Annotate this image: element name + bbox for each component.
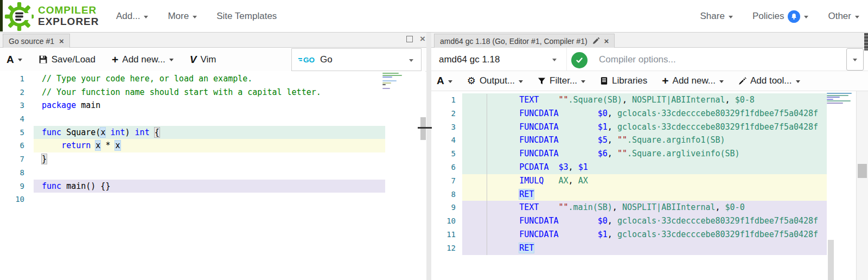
code-text: RET	[480, 188, 534, 201]
scrollbar-thumb[interactable]	[420, 117, 426, 140]
output-label: Output...	[480, 75, 515, 86]
chevron-down-icon	[519, 80, 523, 83]
pane-splitter[interactable]	[426, 33, 431, 280]
scrollbar-track[interactable]	[856, 91, 868, 280]
gear-icon: ⚙	[467, 75, 476, 87]
code-text: FUNCDATA $6, "".Square.argliveinfo(SB)	[480, 147, 740, 161]
menu-other-label: Other	[828, 11, 851, 22]
line-number: 4	[431, 133, 456, 147]
language-select[interactable]: GO Go	[291, 48, 422, 71]
code-line[interactable]: 2 FUNCDATA $0, gclocals·33cdecccebe80329…	[431, 107, 856, 120]
menu-add-label: Add...	[116, 11, 140, 22]
screwdriver-tool-icon	[738, 77, 746, 85]
menu-site-templates[interactable]: Site Templates	[216, 11, 277, 22]
brand-wordmark[interactable]: COMPILER EXPLORER	[38, 4, 99, 27]
add-new-button[interactable]: + Add new...	[112, 54, 174, 65]
code-text: IMULQ AX, AX	[480, 174, 588, 188]
chevron-down-icon	[193, 16, 197, 18]
check-icon	[575, 56, 584, 65]
code-line[interactable]: 1 TEXT "".Square(SB), NOSPLIT|ABIInterna…	[431, 93, 856, 107]
add-new-button[interactable]: + Add new...	[662, 75, 724, 86]
code-line[interactable]: 2// Your function name should start with…	[0, 86, 425, 99]
pane-splitter-handle[interactable]	[418, 127, 432, 129]
code-line[interactable]: 10	[0, 193, 425, 206]
line-number: 7	[431, 174, 456, 188]
options-dropdown-button[interactable]	[846, 48, 864, 71]
code-line[interactable]: 6 return x * x	[0, 139, 425, 152]
menu-other[interactable]: Other	[828, 11, 859, 22]
vim-toggle-button[interactable]: V Vim	[190, 54, 216, 66]
font-size-label: A	[7, 54, 14, 66]
font-size-button[interactable]: A	[437, 75, 452, 87]
code-text: FUNCDATA $1, gclocals·33cdecccebe80329f1…	[480, 120, 818, 134]
source-pane-tabbar: Go source #1 × ×	[0, 33, 426, 48]
menu-more[interactable]: More	[168, 11, 197, 22]
assembly-output-editor[interactable]: 1 TEXT "".Square(SB), NOSPLIT|ABIInterna…	[431, 91, 856, 280]
menu-site-templates-label: Site Templates	[216, 11, 277, 22]
add-tool-button[interactable]: Add tool...	[738, 75, 800, 86]
go-language-icon: GO	[298, 55, 316, 64]
code-line[interactable]: 5 FUNCDATA $6, "".Square.argliveinfo(SB)	[431, 147, 856, 161]
code-line[interactable]: 9 TEXT "".main(SB), NOSPLIT|ABIInternal,…	[431, 201, 856, 214]
line-number: 9	[0, 180, 24, 193]
notification-bell-icon[interactable]	[788, 10, 800, 23]
menu-policies[interactable]: Policies	[752, 10, 809, 23]
minimap[interactable]	[827, 93, 854, 110]
source-code-editor[interactable]: 1// Type your code here, or load an exam…	[0, 71, 425, 280]
code-line[interactable]: 10 FUNCDATA $0, gclocals·33cdecccebe8032…	[431, 214, 856, 228]
tab-compiler[interactable]: amd64 gc 1.18 (Go, Editor #1, Compiler #…	[434, 34, 615, 48]
line-number: 10	[431, 214, 456, 228]
chevron-down-icon	[409, 59, 413, 62]
book-icon	[600, 77, 608, 85]
top-navbar: COMPILER EXPLORER Add... More Site Templ…	[0, 0, 868, 33]
overview-ruler	[828, 240, 834, 280]
code-line[interactable]: 1// Type your code here, or load an exam…	[0, 72, 425, 86]
compiler-explorer-gear-logo-icon[interactable]	[4, 2, 34, 31]
compiler-select-value: amd64 gc 1.18	[439, 54, 500, 65]
code-line[interactable]: 7 IMULQ AX, AX	[431, 174, 856, 188]
code-line[interactable]: 5func Square(x int) int {	[0, 126, 425, 139]
window-scrollbar-fragment	[864, 33, 868, 50]
line-number: 11	[431, 228, 456, 241]
libraries-button[interactable]: Libraries	[600, 75, 647, 86]
code-line[interactable]: 4 FUNCDATA $5, "".Square.arginfo1(SB)	[431, 133, 856, 147]
filter-button[interactable]: Filter...	[538, 75, 585, 86]
menu-more-label: More	[168, 11, 189, 22]
window-edge	[0, 0, 3, 31]
indent-guide	[487, 94, 487, 255]
font-size-button[interactable]: A	[7, 54, 22, 66]
code-line[interactable]: 8 RET	[431, 188, 856, 201]
code-line[interactable]: 3 FUNCDATA $1, gclocals·33cdecccebe80329…	[431, 120, 856, 134]
tab-go-source[interactable]: Go source #1 ×	[3, 34, 70, 48]
scrollbar-thumb[interactable]	[858, 164, 867, 178]
compiler-select[interactable]: amd64 gc 1.18	[431, 48, 567, 71]
code-line[interactable]: 6 PCDATA $3, $1	[431, 161, 856, 174]
minimap[interactable]	[382, 73, 403, 91]
code-line[interactable]: 12 RET	[431, 241, 856, 255]
code-line[interactable]: 7}	[0, 152, 425, 166]
close-icon[interactable]: ×	[59, 37, 64, 45]
code-line[interactable]: 8	[0, 166, 425, 180]
line-number: 6	[431, 161, 456, 174]
save-load-button[interactable]: Save/Load	[39, 54, 95, 65]
tab-compiler-label: amd64 gc 1.18 (Go, Editor #1, Compiler #…	[440, 37, 588, 46]
code-line[interactable]: 9func main() {}	[0, 180, 425, 193]
chevron-down-icon	[729, 16, 733, 18]
vim-logo-icon: V	[190, 54, 197, 66]
code-line[interactable]: 11 FUNCDATA $1, gclocals·33cdecccebe8032…	[431, 228, 856, 241]
close-icon[interactable]: ×	[420, 36, 425, 42]
output-button[interactable]: ⚙ Output...	[467, 75, 523, 87]
code-line[interactable]: 4	[0, 112, 425, 126]
line-number: 3	[0, 99, 24, 112]
compiler-options-input[interactable]	[592, 48, 845, 71]
menu-policies-label: Policies	[752, 11, 784, 22]
floppy-disk-icon	[39, 55, 48, 64]
rename-pencil-icon[interactable]	[592, 37, 599, 44]
menu-add[interactable]: Add...	[116, 11, 148, 22]
menu-share[interactable]: Share	[700, 11, 733, 22]
filter-label: Filter...	[550, 75, 577, 86]
code-text: func Square(x int) int {	[42, 126, 159, 139]
code-line[interactable]: 3package main	[0, 99, 425, 112]
maximize-icon[interactable]	[406, 36, 413, 42]
close-icon[interactable]: ×	[604, 37, 609, 45]
